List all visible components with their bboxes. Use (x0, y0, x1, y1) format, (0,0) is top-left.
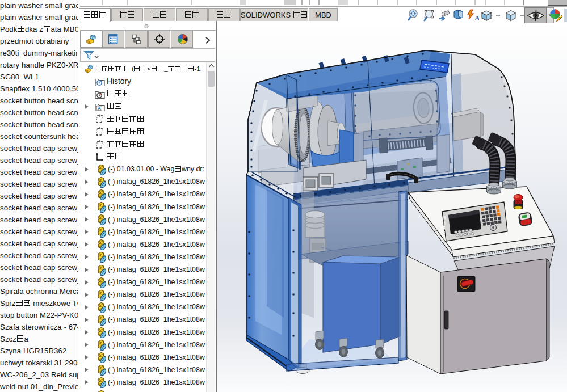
svg-text:A: A (98, 106, 101, 111)
svg-text:A: A (474, 14, 479, 22)
